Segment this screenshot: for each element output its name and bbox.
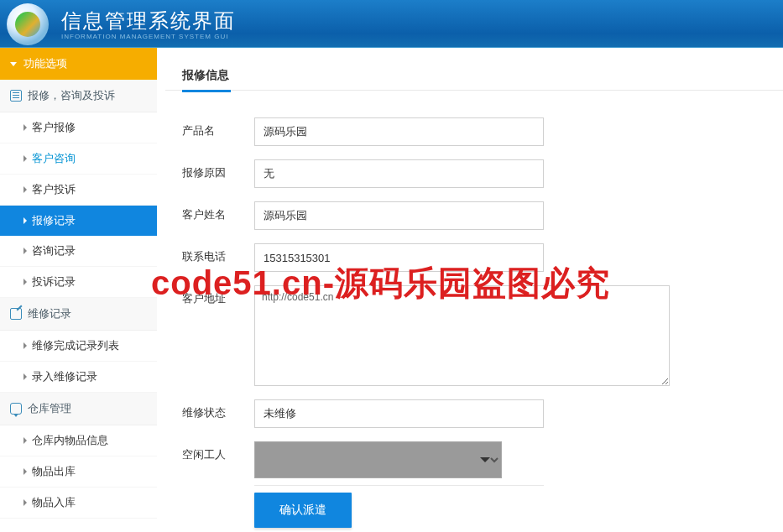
sidebar-item-maintenance-entry[interactable]: 录入维修记录 xyxy=(0,362,157,393)
app-header: 信息管理系统界面 INFORMATION MANAGEMENT SYSTEM G… xyxy=(0,0,783,48)
app-title: 信息管理系统界面 xyxy=(61,9,236,32)
select-worker[interactable] xyxy=(254,441,502,478)
input-status[interactable] xyxy=(254,399,544,428)
sidebar-item-customer-complaint[interactable]: 客户投诉 xyxy=(0,175,157,206)
label-product-name: 产品名 xyxy=(182,117,254,138)
sidebar-item-repair-record[interactable]: 报修记录 xyxy=(0,206,157,236)
input-customer[interactable] xyxy=(254,201,544,230)
input-reason[interactable] xyxy=(254,159,544,188)
sidebar-section-warehouse[interactable]: 仓库管理 xyxy=(0,393,157,425)
input-product-name[interactable] xyxy=(254,117,544,146)
label-customer: 客户姓名 xyxy=(182,201,254,222)
caret-down-icon xyxy=(10,62,17,66)
tab-repair-info[interactable]: 报修信息 xyxy=(182,56,229,90)
sidebar-item-customer-repair[interactable]: 客户报修 xyxy=(0,112,157,143)
label-reason: 报修原因 xyxy=(182,159,254,180)
label-worker: 空闲工人 xyxy=(182,441,254,462)
submit-button[interactable]: 确认派遣 xyxy=(254,493,352,528)
chat-icon xyxy=(10,403,22,415)
sidebar-section-maintenance[interactable]: 维修记录 xyxy=(0,298,157,331)
sidebar-item-goods-out[interactable]: 物品出库 xyxy=(0,456,157,488)
label-status: 维修状态 xyxy=(182,399,254,420)
document-icon xyxy=(10,90,22,102)
sidebar-section-repair[interactable]: 报修，咨询及投诉 xyxy=(0,80,157,112)
watermark-text: code51.cn-源码乐园盗图必究 xyxy=(151,260,610,306)
app-subtitle: INFORMATION MANAGEMENT SYSTEM GUI xyxy=(61,33,236,40)
edit-icon xyxy=(10,308,22,320)
sidebar-item-maintenance-list[interactable]: 维修完成记录列表 xyxy=(0,331,157,362)
logo-icon xyxy=(7,3,49,45)
sidebar-item-warehouse-info[interactable]: 仓库内物品信息 xyxy=(0,425,157,456)
repair-form: 产品名 报修原因 客户姓名 联系电话 客户地址 http://code51.cn… xyxy=(165,92,783,528)
sidebar-item-customer-consult[interactable]: 客户咨询 xyxy=(0,143,157,175)
sidebar: 功能选项 报修，咨询及投诉 客户报修 客户咨询 客户投诉 报修记录 咨询记录 投… xyxy=(0,48,157,532)
sidebar-section-functions[interactable]: 功能选项 xyxy=(0,48,157,80)
sidebar-item-consult-record[interactable]: 咨询记录 xyxy=(0,236,157,267)
sidebar-item-complaint-record[interactable]: 投诉记录 xyxy=(0,267,157,298)
sidebar-item-goods-in[interactable]: 物品入库 xyxy=(0,488,157,519)
